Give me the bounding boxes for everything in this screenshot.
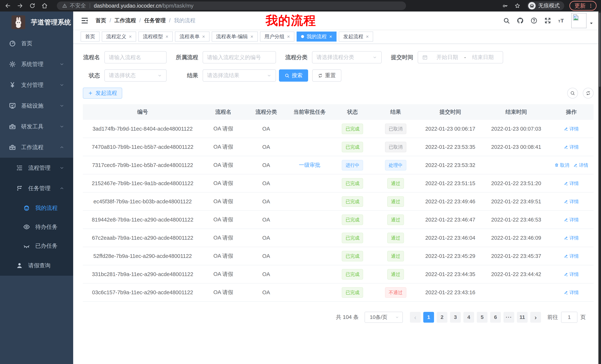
key-icon[interactable] xyxy=(502,3,508,9)
detail-link[interactable]: 详情 xyxy=(564,144,579,150)
detail-link[interactable]: 详情 xyxy=(564,217,579,223)
avatar[interactable] xyxy=(571,13,587,28)
cell-process-name: OA 请假 xyxy=(202,180,244,187)
sidebar-item-leave-query[interactable]: 请假查询 xyxy=(0,255,73,276)
page-button-6[interactable]: 6 xyxy=(490,312,501,323)
detail-link[interactable]: 详情 xyxy=(564,180,579,186)
detail-link[interactable]: 详情 xyxy=(564,126,579,132)
page-button-3[interactable]: 3 xyxy=(450,312,461,323)
scrollbar-thumb[interactable] xyxy=(599,13,601,87)
show-search-button[interactable] xyxy=(567,88,578,98)
table-row: 7470a810-7b9b-11ec-b5b7-acde48001122OA 请… xyxy=(83,138,594,156)
reset-button-label: 重置 xyxy=(325,72,336,79)
date-end-placeholder[interactable]: 结束日期 xyxy=(467,54,499,61)
result-select[interactable]: 请选择流结果 xyxy=(203,69,276,82)
cell-submit-time: 2022-01-22 23:51:15 xyxy=(417,180,483,186)
tab-home[interactable]: 首页 xyxy=(80,31,100,42)
refresh-table-button[interactable] xyxy=(583,88,594,98)
back-icon[interactable] xyxy=(4,2,11,9)
sidebar-item-done-task[interactable]: 已办任务 xyxy=(0,236,73,255)
sidebar-item-todo-task[interactable]: 待办任务 xyxy=(0,217,73,236)
sidebar-item-process-manage[interactable]: 流程管理 xyxy=(0,158,73,178)
sidebar-item-system[interactable]: 系统管理 xyxy=(0,54,73,75)
breadcrumb-task-manage[interactable]: 任务管理 xyxy=(144,17,166,24)
close-icon[interactable]: × xyxy=(287,34,290,39)
page-button-2[interactable]: 2 xyxy=(437,312,447,323)
sidebar-item-infrastructure[interactable]: 基础设施 xyxy=(0,95,73,116)
page-scrollbar[interactable] xyxy=(598,11,601,364)
cell-submit-time: 2022-01-22 23:43:16 xyxy=(417,289,483,296)
forward-icon[interactable] xyxy=(17,2,23,9)
detail-link[interactable]: 详情 xyxy=(564,253,579,259)
close-icon[interactable]: × xyxy=(250,34,253,39)
process-name-input[interactable] xyxy=(104,51,167,63)
fullscreen-icon[interactable] xyxy=(544,17,551,24)
detail-link[interactable]: 详情 xyxy=(564,271,579,277)
parent-process-input[interactable] xyxy=(203,51,276,63)
page-size-select[interactable]: 10条/页 xyxy=(365,312,403,323)
current-task-link[interactable]: 一级审批 xyxy=(299,162,320,168)
status-select[interactable]: 请选择状态 xyxy=(104,69,167,82)
parent-process-input-field[interactable] xyxy=(207,54,271,60)
breadcrumb-workflow[interactable]: 工作流程 xyxy=(114,17,136,24)
font-size-icon[interactable]: TT xyxy=(558,17,565,24)
search-button[interactable]: 搜索 xyxy=(279,69,308,82)
cancel-link[interactable]: 取消 xyxy=(554,162,569,168)
tab-user-group[interactable]: 用户分组× xyxy=(260,31,294,42)
tab-process-model[interactable]: 流程模型× xyxy=(138,31,173,42)
close-icon[interactable]: × xyxy=(366,34,369,39)
tab-process-def[interactable]: 流程定义× xyxy=(102,31,136,42)
address-bar[interactable]: 不安全 dashboard.yudao.iocoder.cn /bpm/task… xyxy=(57,1,406,10)
close-icon[interactable]: × xyxy=(329,34,332,39)
sidebar-collapse-icon[interactable] xyxy=(80,17,89,25)
tab-form-edit[interactable]: 流程表单-编辑× xyxy=(212,31,258,42)
tab-process-form[interactable]: 流程表单× xyxy=(175,31,209,42)
sidebar-item-payment[interactable]: 支付管理 xyxy=(0,75,73,95)
github-icon[interactable] xyxy=(517,17,524,24)
goto-page-input[interactable] xyxy=(561,312,577,323)
date-start-placeholder[interactable]: 开始日期 xyxy=(431,54,463,61)
app-logo-row[interactable]: 芋道管理系统 xyxy=(0,11,73,33)
detail-link[interactable]: 详情 xyxy=(564,289,579,296)
detail-link[interactable]: 详情 xyxy=(564,235,579,241)
action-label: 详情 xyxy=(570,144,579,150)
category-select[interactable]: 请选择流程分类 xyxy=(312,51,382,63)
detail-link[interactable]: 详情 xyxy=(564,199,579,205)
prev-page-button[interactable]: ‹ xyxy=(410,312,421,323)
help-icon[interactable] xyxy=(531,17,538,24)
date-range-picker[interactable]: 开始日期 - 结束日期 xyxy=(418,51,503,63)
reload-icon[interactable] xyxy=(29,2,36,9)
tab-start-process[interactable]: 发起流程× xyxy=(339,31,373,42)
dashboard-icon xyxy=(9,40,16,47)
bookmark-star-icon[interactable] xyxy=(514,3,521,9)
process-name-input-field[interactable] xyxy=(109,54,162,60)
reset-button[interactable]: 重置 xyxy=(312,69,341,82)
active-tab-dot xyxy=(301,35,304,38)
not-secure-label[interactable]: 不安全 xyxy=(70,2,86,10)
sidebar-item-devtools[interactable]: 研发工具 xyxy=(0,116,73,137)
update-menu-button[interactable]: 更新 xyxy=(570,1,597,10)
sidebar-item-workflow[interactable]: 工作流程 xyxy=(0,137,73,158)
start-process-button[interactable]: 发起流程 xyxy=(83,87,122,99)
page-button-5[interactable]: 5 xyxy=(477,312,488,323)
kebab-menu-icon[interactable] xyxy=(588,3,593,9)
url-path[interactable]: /bpm/task/my xyxy=(161,3,193,9)
search-icon[interactable] xyxy=(503,17,510,24)
detail-link[interactable]: 详情 xyxy=(573,162,588,168)
avatar-caret-icon[interactable] xyxy=(589,21,594,26)
home-icon[interactable] xyxy=(41,2,48,9)
page-button-11[interactable]: 11 xyxy=(517,312,528,323)
sidebar-item-home[interactable]: 首页 xyxy=(0,33,73,54)
sidebar-item-my-process[interactable]: 我的流程 xyxy=(0,199,73,217)
close-icon[interactable]: × xyxy=(129,34,132,39)
breadcrumb-home[interactable]: 首页 xyxy=(95,17,106,24)
page-button-1[interactable]: 1 xyxy=(423,312,434,323)
close-icon[interactable]: × xyxy=(202,34,205,39)
next-page-button[interactable]: › xyxy=(530,312,541,323)
close-icon[interactable]: × xyxy=(165,34,168,39)
tab-my-process[interactable]: 我的流程× xyxy=(297,31,337,42)
url-host[interactable]: dashboard.yudao.iocoder.cn xyxy=(94,3,161,9)
page-button-4[interactable]: 4 xyxy=(463,312,474,323)
more-pages-button[interactable]: ··· xyxy=(503,312,514,323)
sidebar-item-task-manage[interactable]: 任务管理 xyxy=(0,178,73,199)
